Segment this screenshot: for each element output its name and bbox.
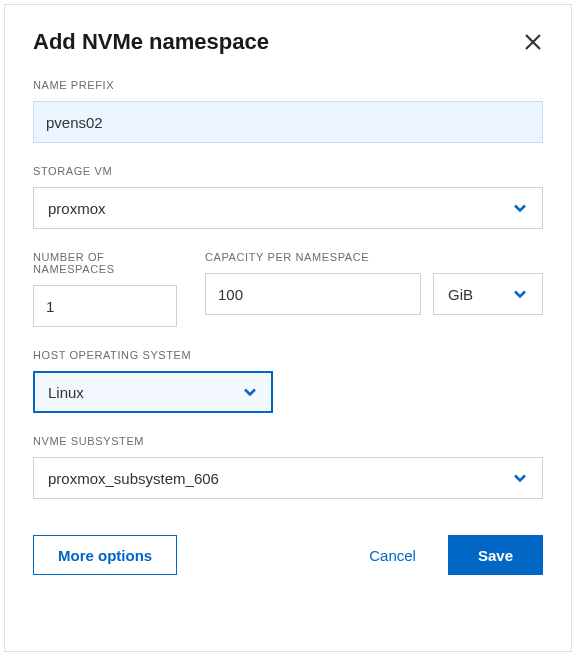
close-button[interactable] — [523, 32, 543, 52]
storage-vm-select[interactable]: proxmox — [33, 187, 543, 229]
capacity-input[interactable] — [205, 273, 421, 315]
num-namespaces-label: NUMBER OF NAMESPACES — [33, 251, 177, 275]
more-options-button[interactable]: More options — [33, 535, 177, 575]
cancel-button[interactable]: Cancel — [369, 547, 416, 564]
chevron-down-icon — [512, 470, 528, 486]
nvme-subsystem-select[interactable]: proxmox_subsystem_606 — [33, 457, 543, 499]
storage-vm-field: STORAGE VM proxmox — [33, 165, 543, 229]
num-namespaces-field: NUMBER OF NAMESPACES — [33, 251, 177, 327]
num-namespaces-input[interactable] — [33, 285, 177, 327]
host-os-select[interactable]: Linux — [33, 371, 273, 413]
capacity-unit-select[interactable]: GiB — [433, 273, 543, 315]
add-nvme-namespace-dialog: Add NVMe namespace NAME PREFIX STORAGE V… — [4, 4, 572, 652]
nvme-subsystem-label: NVME SUBSYSTEM — [33, 435, 543, 447]
chevron-down-icon — [242, 384, 258, 400]
dialog-title: Add NVMe namespace — [33, 29, 269, 55]
host-os-label: HOST OPERATING SYSTEM — [33, 349, 543, 361]
host-os-value: Linux — [48, 384, 84, 401]
dialog-footer: More options Cancel Save — [33, 535, 543, 575]
name-prefix-input[interactable] — [33, 101, 543, 143]
host-os-field: HOST OPERATING SYSTEM Linux — [33, 349, 543, 413]
name-prefix-label: NAME PREFIX — [33, 79, 543, 91]
save-button[interactable]: Save — [448, 535, 543, 575]
storage-vm-value: proxmox — [48, 200, 106, 217]
nvme-subsystem-field: NVME SUBSYSTEM proxmox_subsystem_606 — [33, 435, 543, 499]
dialog-header: Add NVMe namespace — [33, 29, 543, 55]
capacity-unit-value: GiB — [448, 286, 473, 303]
chevron-down-icon — [512, 286, 528, 302]
capacity-label: CAPACITY PER NAMESPACE — [205, 251, 543, 263]
chevron-down-icon — [512, 200, 528, 216]
capacity-field: CAPACITY PER NAMESPACE GiB — [205, 251, 543, 327]
nvme-subsystem-value: proxmox_subsystem_606 — [48, 470, 219, 487]
close-icon — [524, 33, 542, 51]
storage-vm-label: STORAGE VM — [33, 165, 543, 177]
name-prefix-field: NAME PREFIX — [33, 79, 543, 143]
